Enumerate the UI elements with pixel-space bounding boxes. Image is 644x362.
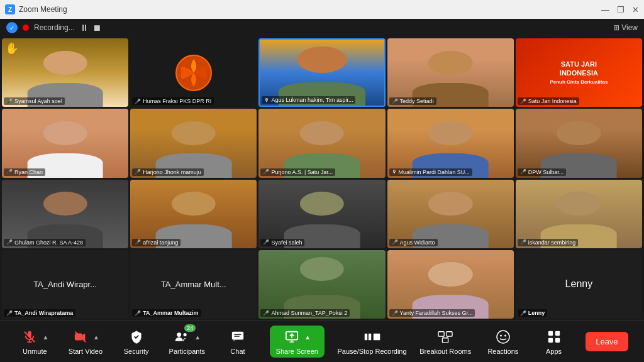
tile-syafei: 🎤 Syafei saleh [258, 180, 385, 248]
start-video-label: Start Video [69, 348, 103, 355]
close-button[interactable]: ✕ [632, 5, 639, 14]
svg-rect-18 [438, 332, 444, 336]
tile-name-harjono: 🎤 Harjono Jhonk mamuju [132, 168, 204, 176]
breakout-rooms-label: Breakout Rooms [419, 348, 471, 355]
recording-text: Recording... [34, 23, 75, 32]
tile-aguswid: 🎤 Agus Widiarto [387, 180, 514, 248]
titlebar-controls[interactable]: — ❐ ✕ [601, 5, 639, 14]
mic-icon: 🎤 [6, 239, 13, 245]
participants-icon: 24 [173, 328, 191, 346]
reactions-button[interactable]: Reactions [484, 328, 522, 355]
tile-name-aguswid: 🎤 Agus Widiarto [389, 239, 438, 246]
tile-agus: 🎙 Agus Lukman hakim, Tim aspir... [258, 38, 385, 107]
tile-mualimin: 🎙 Mualimin Pardi Dahlan SU... [387, 109, 514, 177]
mic-icon: 🎤 [392, 239, 398, 245]
tile-name-purjono: 🎤 Purjono A.S. | Satu Jar... [260, 168, 335, 176]
security-button[interactable]: Security [118, 328, 155, 355]
share-screen-button[interactable]: ▲ Share Screen [270, 326, 325, 358]
maximize-button[interactable]: ❐ [617, 5, 625, 14]
mic-icon: 🎤 [135, 169, 141, 175]
title-bar: Z Zoom Meeting — ❐ ✕ [0, 0, 644, 19]
unmute-label: Unmute [23, 348, 47, 355]
security-label: Security [124, 348, 149, 355]
tile-ahmad: 🎤 Ahmad Sunman_TAP_Poksi 2 [258, 250, 385, 319]
mic-icon: 🎤 [392, 310, 398, 316]
tile-name-syafei: 🎤 Syafei saleh [260, 239, 304, 246]
pause-stop-icon [364, 328, 381, 346]
participants-caret[interactable]: ▲ [194, 334, 201, 341]
svg-rect-27 [555, 331, 559, 336]
unmute-caret[interactable]: ▲ [42, 334, 48, 341]
tile-name-ta-andi: 🎤 TA_Andi Wirapratama [4, 309, 75, 317]
tile-teddy: 🎤 Teddy Setiadi [387, 38, 514, 107]
titlebar-left: Z Zoom Meeting [5, 4, 67, 14]
tile-name-mualimin: 🎙 Mualimin Pardi Dahlan SU... [389, 168, 472, 176]
mic-icon: 🎤 [135, 99, 141, 104]
mic-icon: 🎤 [520, 169, 526, 175]
chat-icon [229, 328, 247, 346]
view-button[interactable]: ⊞ View [613, 23, 638, 32]
video-off-icon [72, 328, 89, 346]
pause-recording-label: Pause/Stop Recording [338, 348, 407, 355]
tile-name-teddy: 🎤 Teddy Setiadi [389, 97, 436, 105]
mic-icon: 🎤 [392, 99, 398, 104]
tile-name-satu: 🎤 Satu Jari Indonesia [518, 97, 579, 105]
svg-rect-17 [373, 334, 380, 341]
svg-rect-15 [364, 334, 367, 341]
tile-iskandar: 🎤 iskandar sembiring [516, 180, 642, 248]
apps-button[interactable]: Apps [535, 328, 573, 355]
tile-syamsul: ✋ 🎤 Syamsul Ayah soel [2, 38, 128, 107]
tile-name-ahmad: 🎤 Ahmad Sunman_TAP_Poksi 2 [260, 309, 350, 317]
tile-name-ghulam: 🎤 Ghulam Ghozi R. SA A-428 [4, 239, 86, 246]
share-screen-caret[interactable]: ▲ [304, 334, 311, 341]
reactions-icon [494, 328, 512, 346]
leave-button[interactable]: Leave [586, 332, 628, 351]
recording-controls[interactable]: ⏸ ⏹ [80, 23, 101, 33]
mic-icon: 🎤 [263, 239, 269, 245]
minimize-button[interactable]: — [601, 5, 609, 14]
chat-button[interactable]: Chat [219, 328, 257, 355]
zoom-app-icon: Z [5, 4, 15, 14]
tile-lenny: Lenny 🎤 Lenny [516, 250, 642, 319]
security-shield-icon: ✓ [6, 22, 18, 33]
apps-icon [545, 328, 563, 346]
video-grid: ✋ 🎤 Syamsul Ayah soel 🎤 Humas Fraksi PKS… [0, 36, 644, 321]
pause-recording-button[interactable]: Pause/Stop Recording [338, 328, 407, 355]
tile-yanty: 🎤 Yanty Faradillah Sukses Gr... [387, 250, 514, 319]
tile-name-agus: 🎙 Agus Lukman hakim, Tim aspir... [262, 96, 355, 104]
tile-name-syamsul: 🎤 Syamsul Ayah soel [4, 97, 65, 105]
tile-satu-jari: SATU JARI INDONESIA Penuh Cinta Berkuali… [516, 38, 642, 107]
recording-bar: ✓ Recording... ⏸ ⏹ ⊞ View [0, 19, 644, 36]
stop-recording-icon[interactable]: ⏹ [92, 23, 101, 33]
start-video-button[interactable]: ▲ Start Video [67, 328, 104, 355]
svg-point-24 [500, 335, 502, 337]
mic-icon: 🎤 [263, 169, 269, 175]
tile-name-yanty: 🎤 Yanty Faradillah Sukses Gr... [389, 309, 475, 317]
video-caret[interactable]: ▲ [93, 334, 99, 341]
tile-name-iskandar: 🎤 iskandar sembiring [518, 239, 579, 246]
participants-button[interactable]: 24 ▲ Participants [168, 328, 206, 355]
unmute-button[interactable]: ▲ Unmute [16, 328, 53, 355]
breakout-rooms-icon [436, 328, 454, 346]
tile-name-dpw: 🎤 DPW Sulbar... [518, 168, 567, 176]
svg-rect-19 [447, 332, 452, 336]
mic-icon: 🎤 [520, 239, 526, 245]
breakout-rooms-button[interactable]: Breakout Rooms [419, 328, 471, 355]
tile-name-lenny: 🎤 Lenny [518, 309, 548, 317]
svg-rect-29 [555, 338, 559, 343]
recording-left: ✓ Recording... ⏸ ⏹ [6, 22, 101, 33]
tile-name-ryan: 🎤 Ryan Chan [4, 168, 45, 176]
svg-point-25 [504, 335, 506, 337]
participants-count-badge: 24 [184, 324, 196, 332]
mic-icon: 🎙 [392, 169, 397, 175]
mic-icon: 🎤 [135, 239, 141, 245]
tile-ryan: 🎤 Ryan Chan [2, 109, 128, 177]
chat-label: Chat [230, 348, 245, 355]
mic-muted-icon: 🎤 [6, 99, 13, 104]
pause-recording-icon[interactable]: ⏸ [80, 23, 89, 33]
svg-rect-9 [232, 332, 243, 340]
hand-raise-icon: ✋ [5, 41, 19, 55]
tile-name-humas: 🎤 Humas Fraksi PKS DPR RI [132, 97, 214, 105]
mic-icon: 🎤 [6, 310, 13, 316]
tile-dpw: 🎤 DPW Sulbar... [516, 109, 642, 177]
